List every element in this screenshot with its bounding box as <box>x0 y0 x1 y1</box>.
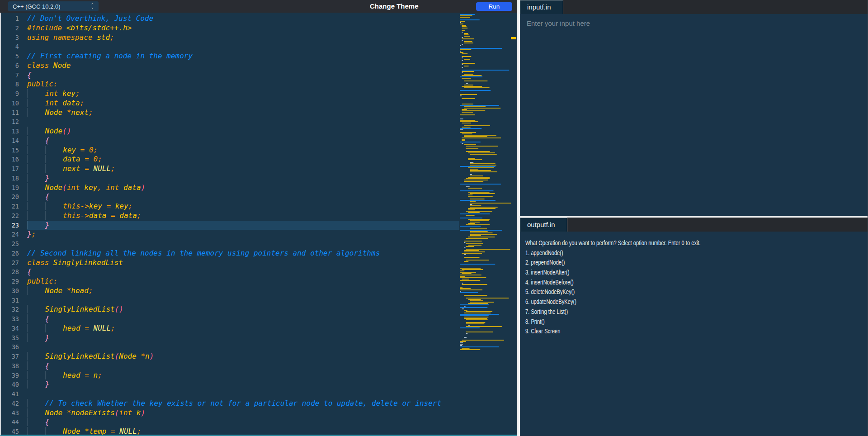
code-line: Node() <box>27 127 459 136</box>
code-line: }; <box>27 230 459 239</box>
output-content: What Operation do you want to perform? S… <box>520 232 868 436</box>
line-number: 6 <box>1 61 24 71</box>
line-number: 45 <box>1 427 24 436</box>
output-line: 9. Clear Screen <box>525 326 772 336</box>
code-line: int key; <box>27 89 459 99</box>
tab-outputf-in[interactable]: outputf.in <box>520 218 567 232</box>
code-line: } <box>27 221 459 230</box>
code-line <box>27 342 459 352</box>
line-number: 18 <box>1 174 24 183</box>
line-number: 36 <box>1 342 24 352</box>
line-number: 35 <box>1 333 24 343</box>
line-number: 4 <box>1 42 24 52</box>
input-section: inputf.in <box>520 0 868 216</box>
line-number: 5 <box>1 52 24 61</box>
code-line: class SinglyLinkedList <box>27 258 459 268</box>
code-line <box>27 296 459 305</box>
output-line: 2. prependNode() <box>525 257 772 267</box>
code-line: class Node <box>27 61 459 71</box>
editor-scrollbar[interactable] <box>511 13 517 435</box>
output-line: What Operation do you want to perform? S… <box>525 238 772 248</box>
line-number: 39 <box>1 371 24 380</box>
editor-toolbar: C++ (GCC 10.2.0) ⌃⌄ Change Theme Run <box>0 0 517 13</box>
language-selector[interactable]: C++ (GCC 10.2.0) ⌃⌄ <box>8 1 99 11</box>
line-number: 29 <box>1 277 24 286</box>
line-number: 16 <box>1 155 24 164</box>
line-number: 9 <box>1 89 24 99</box>
code-line: this->key = key; <box>27 202 459 211</box>
line-number: 8 <box>1 80 24 89</box>
line-number: 21 <box>1 202 24 211</box>
line-number: 42 <box>1 399 24 408</box>
output-line: 6. updateNodeByKey() <box>525 297 772 307</box>
line-number: 14 <box>1 136 24 146</box>
line-number: 27 <box>1 258 24 268</box>
tab-inputf-in[interactable]: inputf.in <box>520 0 563 14</box>
line-number: 11 <box>1 108 24 118</box>
line-number: 3 <box>1 33 24 43</box>
code-line: int data; <box>27 99 459 108</box>
run-button[interactable]: Run <box>476 2 512 11</box>
input-textarea[interactable] <box>520 14 868 216</box>
code-line: { <box>27 417 459 427</box>
line-number: 28 <box>1 267 24 277</box>
minimap[interactable] <box>459 13 511 435</box>
code-editor[interactable]: 1234567891011121314151617181920212223242… <box>0 13 517 436</box>
line-number: 41 <box>1 389 24 399</box>
code-line: public: <box>27 277 459 286</box>
ide-app: C++ (GCC 10.2.0) ⌃⌄ Change Theme Run 123… <box>0 0 868 436</box>
line-number: 33 <box>1 314 24 324</box>
code-line: #include <bits/stdc++.h> <box>27 24 459 33</box>
line-number: 30 <box>1 286 24 296</box>
output-tabbar: outputf.in <box>520 218 868 232</box>
code-line: { <box>27 192 459 202</box>
code-line: Node *next; <box>27 108 459 118</box>
chevron-updown-icon: ⌃⌄ <box>90 4 94 9</box>
code-line: // Don't Overthink, Just Code <box>27 14 459 24</box>
line-number: 26 <box>1 249 24 258</box>
input-content <box>520 14 868 216</box>
input-tabbar: inputf.in <box>520 0 868 14</box>
code-line: } <box>27 380 459 389</box>
editor-pane: C++ (GCC 10.2.0) ⌃⌄ Change Theme Run 123… <box>0 0 517 436</box>
line-number: 23 <box>1 221 24 230</box>
line-number: 31 <box>1 296 24 305</box>
minimap-canvas <box>459 13 511 435</box>
code-line <box>27 239 459 249</box>
line-number: 1 <box>1 14 24 24</box>
line-number: 34 <box>1 324 24 333</box>
code-area[interactable]: // Don't Overthink, Just Code#include <b… <box>24 13 459 435</box>
line-number: 44 <box>1 417 24 427</box>
line-number: 20 <box>1 192 24 202</box>
line-number: 40 <box>1 380 24 389</box>
code-line: SinglyLinkedList() <box>27 305 459 314</box>
line-number: 22 <box>1 211 24 221</box>
code-line: SinglyLinkedList(Node *n) <box>27 352 459 361</box>
code-line: Node *nodeExists(int k) <box>27 408 459 418</box>
code-line: Node(int key, int data) <box>27 183 459 193</box>
output-line: 5. deleteNodeByKey() <box>525 287 772 297</box>
line-number: 43 <box>1 408 24 418</box>
line-number: 37 <box>1 352 24 361</box>
code-line <box>27 389 459 399</box>
output-line: 4. insertNodeBefore() <box>525 277 772 287</box>
pane-divider-vertical[interactable] <box>517 0 520 436</box>
code-line: public: <box>27 80 459 89</box>
code-line: using namespace std; <box>27 33 459 43</box>
code-line: // Second linking all the nodes in the m… <box>27 249 459 258</box>
code-line: { <box>27 267 459 277</box>
code-line: } <box>27 174 459 183</box>
line-number: 2 <box>1 24 24 33</box>
scrollbar-cursor-marker <box>511 37 516 39</box>
code-line: { <box>27 71 459 80</box>
code-line: Node *temp = NULL; <box>27 427 459 435</box>
code-line <box>27 117 459 127</box>
line-number: 32 <box>1 305 24 314</box>
code-line: { <box>27 136 459 146</box>
code-line: } <box>27 333 459 343</box>
line-number: 13 <box>1 127 24 136</box>
code-line: head = NULL; <box>27 324 459 333</box>
line-number: 7 <box>1 71 24 80</box>
change-theme-button[interactable]: Change Theme <box>370 0 419 13</box>
output-section: outputf.in What Operation do you want to… <box>520 218 868 436</box>
